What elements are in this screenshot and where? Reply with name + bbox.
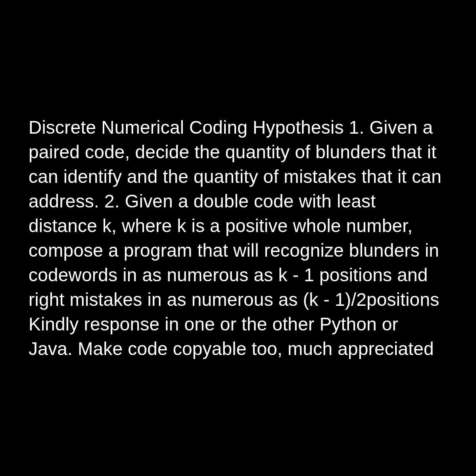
- document-text: Discrete Numerical Coding Hypothesis 1. …: [29, 115, 447, 361]
